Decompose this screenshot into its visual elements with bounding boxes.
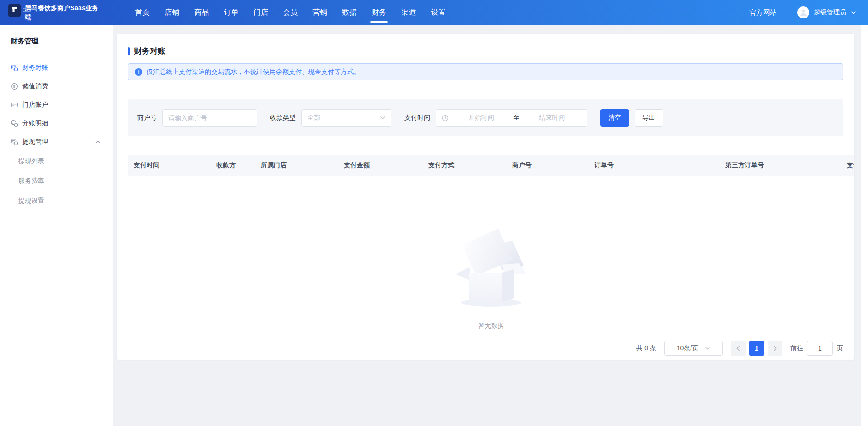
info-alert: 仅汇总线上支付渠道的交易流水，不统计使用余额支付、现金支付等方式。 xyxy=(128,63,843,80)
nav-item-channels[interactable]: 渠道 xyxy=(394,0,423,25)
col-third-party-order-no: 第三方订单号 xyxy=(720,161,841,170)
app-logo-icon xyxy=(8,4,21,17)
chevron-down-icon xyxy=(380,116,385,120)
payment-time-label: 支付时间 xyxy=(404,114,430,122)
goto-page-input[interactable] xyxy=(807,341,833,356)
time-range-separator: 至 xyxy=(513,114,520,122)
main-content: 财务对账 仅汇总线上支付渠道的交易流水，不统计使用余额支付、现金支付等方式。 商… xyxy=(113,25,868,426)
nav-item-shop[interactable]: 店铺 xyxy=(157,0,187,25)
page-size-value: 10条/页 xyxy=(677,344,698,353)
merchant-id-field[interactable] xyxy=(162,109,257,127)
col-merchant-id: 商户号 xyxy=(507,161,589,170)
sidebar-item-label: 财务对账 xyxy=(22,64,48,72)
empty-box-icon xyxy=(454,235,528,307)
empty-state: 暂无数据 xyxy=(128,176,854,330)
navbar-right: 官方网站 超级管理员 xyxy=(749,6,868,18)
coins-icon xyxy=(11,120,18,127)
payment-type-label: 收款类型 xyxy=(270,114,296,122)
current-page-button[interactable]: 1 xyxy=(749,341,764,356)
goto-label: 前往 xyxy=(790,344,803,353)
chevron-down-icon xyxy=(705,347,710,350)
sidebar-item-finance-reconciliation[interactable]: 财务对账 xyxy=(0,59,113,77)
filter-bar: 商户号 收款类型 全部 支付时间 开始时间 至 结束时间 清空 xyxy=(128,99,843,136)
page-title-row: 财务对账 xyxy=(128,34,843,56)
nav-item-finance[interactable]: 财务 xyxy=(364,0,394,25)
main-nav: 首页 店铺 商品 订单 门店 会员 营销 数据 财务 渠道 设置 xyxy=(128,0,453,25)
sidebar-item-label: 提现管理 xyxy=(22,138,48,146)
nav-item-home[interactable]: 首页 xyxy=(128,0,157,25)
user-icon xyxy=(799,8,808,17)
app-title: 腾马餐饮多商户Saas业务端 xyxy=(25,3,103,22)
merchant-id-label: 商户号 xyxy=(137,114,157,122)
chevron-down-icon[interactable] xyxy=(851,11,856,14)
content-card: 财务对账 仅汇总线上支付渠道的交易流水，不统计使用余额支付、现金支付等方式。 商… xyxy=(117,34,854,360)
nav-item-stores[interactable]: 门店 xyxy=(246,0,275,25)
nav-item-goods[interactable]: 商品 xyxy=(187,0,216,25)
payment-time-range-picker[interactable]: 开始时间 至 结束时间 xyxy=(436,109,587,127)
page-size-select[interactable]: 10条/页 xyxy=(664,341,723,356)
total-count: 共 0 条 xyxy=(636,344,656,353)
empty-text: 暂无数据 xyxy=(478,322,504,330)
sidebar-title: 财务管理 xyxy=(0,25,113,46)
col-amount: 支付金额 xyxy=(338,161,423,170)
chevron-right-icon xyxy=(773,346,777,351)
avatar[interactable] xyxy=(797,6,809,18)
nav-item-settings[interactable]: 设置 xyxy=(423,0,453,25)
sidebar-item-stored-value[interactable]: 储值消费 xyxy=(0,77,113,96)
sidebar-item-store-account[interactable]: 门店账户 xyxy=(0,96,113,114)
yen-circle-icon xyxy=(11,83,18,90)
clock-icon xyxy=(442,115,449,122)
sidebar-item-withdraw-management[interactable]: 提现管理 xyxy=(0,133,113,151)
coins-icon xyxy=(11,64,18,72)
clear-button[interactable]: 清空 xyxy=(600,109,629,127)
sidebar-item-label: 门店账户 xyxy=(22,101,48,109)
chevron-left-icon xyxy=(736,346,740,351)
col-order-no: 订单号 xyxy=(589,161,720,170)
sidebar-item-label: 分账明细 xyxy=(22,119,48,128)
start-time-placeholder[interactable]: 开始时间 xyxy=(452,114,511,122)
chevron-up-icon[interactable] xyxy=(95,140,100,144)
nav-item-data[interactable]: 数据 xyxy=(335,0,364,25)
title-accent-bar xyxy=(128,47,130,55)
card-icon xyxy=(11,101,18,109)
col-payment-method: 支付方式 xyxy=(423,161,507,170)
sidebar-divider xyxy=(9,55,113,55)
coins-icon xyxy=(11,138,18,146)
top-navbar: 腾马餐饮多商户Saas业务端 首页 店铺 商品 订单 门店 会员 营销 数据 财… xyxy=(0,0,868,25)
sidebar-item-split-detail[interactable]: 分账明细 xyxy=(0,114,113,133)
page-unit-label: 页 xyxy=(837,344,843,353)
sidebar-submenu: 提现列表 服务费率 提现设置 xyxy=(0,151,102,211)
scrollbar-track[interactable] xyxy=(861,25,868,426)
user-name[interactable]: 超级管理员 xyxy=(814,8,846,17)
logo-glyph-icon xyxy=(12,7,17,12)
sidebar: 财务管理 财务对账 储值消费 门店账户 xyxy=(0,25,113,426)
export-button[interactable]: 导出 xyxy=(635,109,663,127)
payment-type-select[interactable]: 全部 xyxy=(301,109,391,127)
col-store: 所属门店 xyxy=(255,161,338,170)
next-page-button[interactable] xyxy=(768,341,782,356)
nav-item-orders[interactable]: 订单 xyxy=(216,0,246,25)
official-site-link[interactable]: 官方网站 xyxy=(749,8,777,17)
table-header-row: 支付时间 收款方 所属门店 支付金额 支付方式 商户号 订单号 第三方订单号 支… xyxy=(128,155,854,176)
col-payment-time: 支付时间 xyxy=(128,161,211,170)
end-time-placeholder[interactable]: 结束时间 xyxy=(523,114,582,122)
brand[interactable]: 腾马餐饮多商户Saas业务端 xyxy=(0,3,116,22)
pagination: 共 0 条 10条/页 1 前往 页 xyxy=(128,330,843,366)
col-payment-clipped: 支付 xyxy=(841,161,854,170)
sidebar-item-label: 储值消费 xyxy=(22,82,48,91)
nav-item-marketing[interactable]: 营销 xyxy=(305,0,335,25)
col-payee: 收款方 xyxy=(211,161,255,170)
prev-page-button[interactable] xyxy=(731,341,746,356)
sidebar-subitem-withdraw-settings[interactable]: 提现设置 xyxy=(18,191,63,211)
sidebar-subitem-service-rate[interactable]: 服务费率 xyxy=(18,171,63,191)
payment-type-value: 全部 xyxy=(307,114,320,122)
alert-text: 仅汇总线上支付渠道的交易流水，不统计使用余额支付、现金支付等方式。 xyxy=(147,68,360,76)
merchant-id-input[interactable] xyxy=(168,114,251,122)
page-title: 财务对账 xyxy=(134,46,165,56)
sidebar-subitem-withdraw-list[interactable]: 提现列表 xyxy=(18,151,63,171)
info-icon xyxy=(135,68,142,76)
nav-item-members[interactable]: 会员 xyxy=(275,0,305,25)
